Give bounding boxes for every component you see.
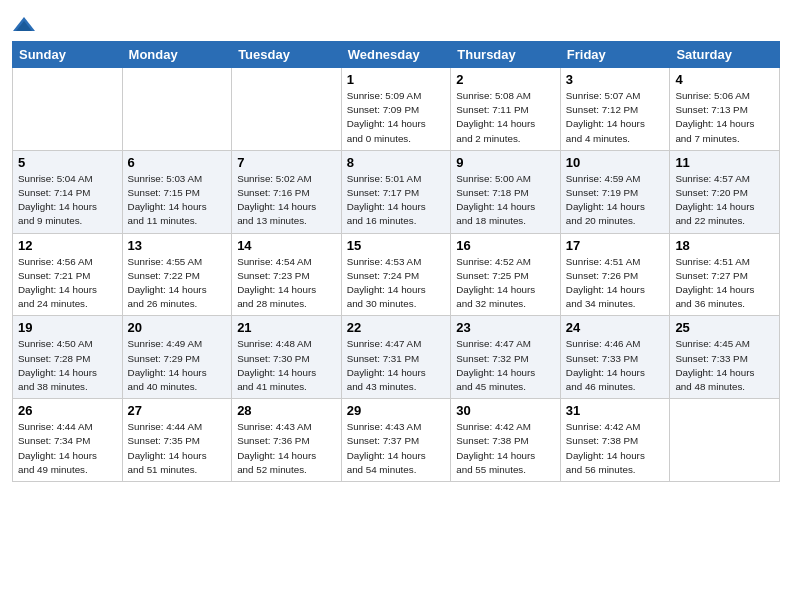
day-number: 31 bbox=[566, 403, 665, 418]
calendar-cell: 3Sunrise: 5:07 AM Sunset: 7:12 PM Daylig… bbox=[560, 68, 670, 151]
calendar-cell: 10Sunrise: 4:59 AM Sunset: 7:19 PM Dayli… bbox=[560, 150, 670, 233]
calendar-cell: 16Sunrise: 4:52 AM Sunset: 7:25 PM Dayli… bbox=[451, 233, 561, 316]
weekday-header-monday: Monday bbox=[122, 42, 232, 68]
calendar-cell: 28Sunrise: 4:43 AM Sunset: 7:36 PM Dayli… bbox=[232, 399, 342, 482]
day-info: Sunrise: 5:01 AM Sunset: 7:17 PM Dayligh… bbox=[347, 172, 446, 229]
day-info: Sunrise: 4:44 AM Sunset: 7:35 PM Dayligh… bbox=[128, 420, 227, 477]
day-number: 12 bbox=[18, 238, 117, 253]
calendar-cell bbox=[232, 68, 342, 151]
day-info: Sunrise: 4:55 AM Sunset: 7:22 PM Dayligh… bbox=[128, 255, 227, 312]
day-info: Sunrise: 4:52 AM Sunset: 7:25 PM Dayligh… bbox=[456, 255, 555, 312]
day-number: 5 bbox=[18, 155, 117, 170]
day-number: 19 bbox=[18, 320, 117, 335]
calendar-cell: 26Sunrise: 4:44 AM Sunset: 7:34 PM Dayli… bbox=[13, 399, 123, 482]
calendar-cell: 2Sunrise: 5:08 AM Sunset: 7:11 PM Daylig… bbox=[451, 68, 561, 151]
day-number: 4 bbox=[675, 72, 774, 87]
day-number: 23 bbox=[456, 320, 555, 335]
day-number: 10 bbox=[566, 155, 665, 170]
calendar-cell: 4Sunrise: 5:06 AM Sunset: 7:13 PM Daylig… bbox=[670, 68, 780, 151]
weekday-header-friday: Friday bbox=[560, 42, 670, 68]
calendar-cell: 6Sunrise: 5:03 AM Sunset: 7:15 PM Daylig… bbox=[122, 150, 232, 233]
calendar-week-row: 1Sunrise: 5:09 AM Sunset: 7:09 PM Daylig… bbox=[13, 68, 780, 151]
calendar-cell: 23Sunrise: 4:47 AM Sunset: 7:32 PM Dayli… bbox=[451, 316, 561, 399]
calendar-cell: 30Sunrise: 4:42 AM Sunset: 7:38 PM Dayli… bbox=[451, 399, 561, 482]
day-info: Sunrise: 4:51 AM Sunset: 7:27 PM Dayligh… bbox=[675, 255, 774, 312]
day-number: 14 bbox=[237, 238, 336, 253]
day-number: 15 bbox=[347, 238, 446, 253]
logo-text bbox=[12, 10, 36, 33]
day-info: Sunrise: 5:00 AM Sunset: 7:18 PM Dayligh… bbox=[456, 172, 555, 229]
day-info: Sunrise: 4:42 AM Sunset: 7:38 PM Dayligh… bbox=[566, 420, 665, 477]
day-info: Sunrise: 5:04 AM Sunset: 7:14 PM Dayligh… bbox=[18, 172, 117, 229]
calendar-cell bbox=[670, 399, 780, 482]
day-info: Sunrise: 5:07 AM Sunset: 7:12 PM Dayligh… bbox=[566, 89, 665, 146]
calendar-cell: 22Sunrise: 4:47 AM Sunset: 7:31 PM Dayli… bbox=[341, 316, 451, 399]
calendar-cell: 24Sunrise: 4:46 AM Sunset: 7:33 PM Dayli… bbox=[560, 316, 670, 399]
calendar-cell: 11Sunrise: 4:57 AM Sunset: 7:20 PM Dayli… bbox=[670, 150, 780, 233]
weekday-header-thursday: Thursday bbox=[451, 42, 561, 68]
weekday-header-row: SundayMondayTuesdayWednesdayThursdayFrid… bbox=[13, 42, 780, 68]
day-info: Sunrise: 4:46 AM Sunset: 7:33 PM Dayligh… bbox=[566, 337, 665, 394]
calendar-cell: 13Sunrise: 4:55 AM Sunset: 7:22 PM Dayli… bbox=[122, 233, 232, 316]
day-number: 1 bbox=[347, 72, 446, 87]
calendar-cell: 7Sunrise: 5:02 AM Sunset: 7:16 PM Daylig… bbox=[232, 150, 342, 233]
calendar-week-row: 19Sunrise: 4:50 AM Sunset: 7:28 PM Dayli… bbox=[13, 316, 780, 399]
weekday-header-sunday: Sunday bbox=[13, 42, 123, 68]
day-info: Sunrise: 4:51 AM Sunset: 7:26 PM Dayligh… bbox=[566, 255, 665, 312]
calendar-cell: 14Sunrise: 4:54 AM Sunset: 7:23 PM Dayli… bbox=[232, 233, 342, 316]
day-info: Sunrise: 4:53 AM Sunset: 7:24 PM Dayligh… bbox=[347, 255, 446, 312]
calendar-cell: 12Sunrise: 4:56 AM Sunset: 7:21 PM Dayli… bbox=[13, 233, 123, 316]
day-number: 8 bbox=[347, 155, 446, 170]
page-header bbox=[12, 10, 780, 33]
calendar-week-row: 12Sunrise: 4:56 AM Sunset: 7:21 PM Dayli… bbox=[13, 233, 780, 316]
calendar-cell bbox=[122, 68, 232, 151]
day-info: Sunrise: 4:56 AM Sunset: 7:21 PM Dayligh… bbox=[18, 255, 117, 312]
day-number: 18 bbox=[675, 238, 774, 253]
day-number: 29 bbox=[347, 403, 446, 418]
calendar-cell: 25Sunrise: 4:45 AM Sunset: 7:33 PM Dayli… bbox=[670, 316, 780, 399]
calendar-cell: 20Sunrise: 4:49 AM Sunset: 7:29 PM Dayli… bbox=[122, 316, 232, 399]
calendar-cell: 31Sunrise: 4:42 AM Sunset: 7:38 PM Dayli… bbox=[560, 399, 670, 482]
day-info: Sunrise: 4:49 AM Sunset: 7:29 PM Dayligh… bbox=[128, 337, 227, 394]
day-number: 2 bbox=[456, 72, 555, 87]
day-info: Sunrise: 4:59 AM Sunset: 7:19 PM Dayligh… bbox=[566, 172, 665, 229]
calendar-cell: 29Sunrise: 4:43 AM Sunset: 7:37 PM Dayli… bbox=[341, 399, 451, 482]
calendar-cell: 8Sunrise: 5:01 AM Sunset: 7:17 PM Daylig… bbox=[341, 150, 451, 233]
day-info: Sunrise: 5:03 AM Sunset: 7:15 PM Dayligh… bbox=[128, 172, 227, 229]
day-info: Sunrise: 4:44 AM Sunset: 7:34 PM Dayligh… bbox=[18, 420, 117, 477]
calendar-cell: 17Sunrise: 4:51 AM Sunset: 7:26 PM Dayli… bbox=[560, 233, 670, 316]
day-number: 22 bbox=[347, 320, 446, 335]
day-info: Sunrise: 4:50 AM Sunset: 7:28 PM Dayligh… bbox=[18, 337, 117, 394]
day-info: Sunrise: 5:09 AM Sunset: 7:09 PM Dayligh… bbox=[347, 89, 446, 146]
day-number: 11 bbox=[675, 155, 774, 170]
day-number: 9 bbox=[456, 155, 555, 170]
calendar-week-row: 26Sunrise: 4:44 AM Sunset: 7:34 PM Dayli… bbox=[13, 399, 780, 482]
day-number: 27 bbox=[128, 403, 227, 418]
day-info: Sunrise: 4:47 AM Sunset: 7:31 PM Dayligh… bbox=[347, 337, 446, 394]
calendar-cell: 15Sunrise: 4:53 AM Sunset: 7:24 PM Dayli… bbox=[341, 233, 451, 316]
day-info: Sunrise: 4:43 AM Sunset: 7:37 PM Dayligh… bbox=[347, 420, 446, 477]
day-number: 17 bbox=[566, 238, 665, 253]
day-number: 13 bbox=[128, 238, 227, 253]
logo bbox=[12, 10, 36, 33]
day-number: 6 bbox=[128, 155, 227, 170]
day-info: Sunrise: 5:02 AM Sunset: 7:16 PM Dayligh… bbox=[237, 172, 336, 229]
calendar-cell: 1Sunrise: 5:09 AM Sunset: 7:09 PM Daylig… bbox=[341, 68, 451, 151]
calendar-cell: 9Sunrise: 5:00 AM Sunset: 7:18 PM Daylig… bbox=[451, 150, 561, 233]
calendar-cell: 27Sunrise: 4:44 AM Sunset: 7:35 PM Dayli… bbox=[122, 399, 232, 482]
weekday-header-tuesday: Tuesday bbox=[232, 42, 342, 68]
page-container: SundayMondayTuesdayWednesdayThursdayFrid… bbox=[0, 0, 792, 612]
day-number: 16 bbox=[456, 238, 555, 253]
day-info: Sunrise: 5:08 AM Sunset: 7:11 PM Dayligh… bbox=[456, 89, 555, 146]
calendar-cell bbox=[13, 68, 123, 151]
day-number: 7 bbox=[237, 155, 336, 170]
day-number: 20 bbox=[128, 320, 227, 335]
day-number: 26 bbox=[18, 403, 117, 418]
day-number: 30 bbox=[456, 403, 555, 418]
day-info: Sunrise: 4:43 AM Sunset: 7:36 PM Dayligh… bbox=[237, 420, 336, 477]
day-number: 28 bbox=[237, 403, 336, 418]
logo-icon bbox=[13, 15, 35, 33]
day-info: Sunrise: 4:47 AM Sunset: 7:32 PM Dayligh… bbox=[456, 337, 555, 394]
day-info: Sunrise: 4:48 AM Sunset: 7:30 PM Dayligh… bbox=[237, 337, 336, 394]
day-info: Sunrise: 4:42 AM Sunset: 7:38 PM Dayligh… bbox=[456, 420, 555, 477]
